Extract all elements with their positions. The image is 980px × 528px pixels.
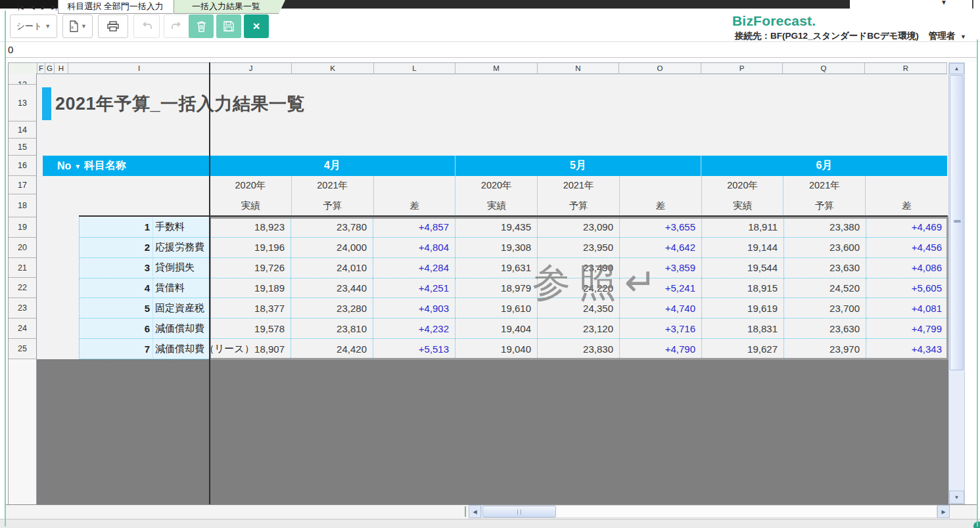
year-label: 2021年 [783, 176, 865, 194]
column-header[interactable]: N [538, 63, 619, 74]
column-header[interactable]: J [210, 63, 292, 74]
select-all-corner[interactable] [9, 63, 37, 74]
row-no-cell[interactable]: 2 [79, 238, 153, 258]
trash-icon [197, 21, 206, 32]
column-header[interactable]: I [68, 63, 210, 74]
row-header[interactable]: 19 [9, 217, 37, 238]
account-name-cell[interactable]: 減価償却費 [153, 319, 209, 339]
delete-button[interactable] [189, 14, 214, 38]
sub-header-cell[interactable]: 2020年 実績 [210, 176, 292, 217]
row-no-cell[interactable]: 5 [79, 298, 153, 319]
sub-header-cell[interactable]: 2020年 実績 [702, 176, 784, 217]
freeze-pane-divider[interactable] [209, 62, 210, 504]
sub-header-cell[interactable]: 差 [620, 176, 702, 217]
vertical-scrollbar-thumb[interactable] [950, 75, 964, 370]
account-name-cell[interactable]: 貸倒損失 [153, 258, 209, 278]
page-title[interactable]: 2021年予算_一括入力結果一覧 [55, 92, 305, 116]
column-header[interactable]: Q [783, 63, 865, 74]
measure-label: 差 [374, 194, 455, 217]
row-headers: 12 13141516171819202122232425 [8, 74, 37, 359]
measure-label: 実績 [455, 194, 537, 217]
vertical-scrollbar[interactable]: ▲ ▼ [948, 62, 965, 504]
column-headers: FGHIJKLMNOPQR [8, 62, 947, 74]
close-button[interactable]: × [244, 14, 269, 38]
row-header[interactable]: 16 [9, 156, 37, 176]
chevron-down-icon[interactable]: ▼ [960, 33, 966, 40]
tab-sheet-select-input[interactable]: 科目選択 全部門一括入力 [58, 0, 179, 14]
column-header[interactable]: M [455, 63, 538, 74]
row-header[interactable]: 13 [9, 85, 37, 121]
row-no-cell[interactable]: 6 [79, 319, 153, 339]
sub-header-cell[interactable]: 2021年 予算 [783, 176, 866, 217]
formula-bar[interactable]: 0 [6, 42, 977, 58]
column-header[interactable]: O [619, 63, 701, 74]
first-sheet-icon[interactable]: |◀ [15, 2, 26, 12]
window-frame-left [5, 11, 6, 527]
sub-header-cell[interactable]: 差 [374, 176, 456, 217]
account-name-cell[interactable]: 減価償却費（リース） [153, 339, 209, 359]
account-name-cell[interactable]: 応援労務費 [153, 238, 209, 258]
save-button[interactable] [216, 14, 241, 38]
account-name-cell[interactable]: 手数料 [153, 217, 209, 238]
sub-header-cell[interactable]: 2020年 実績 [455, 176, 538, 217]
last-sheet-icon[interactable]: ▶| [49, 2, 59, 12]
column-header[interactable]: H [55, 63, 68, 74]
scroll-left-icon[interactable]: ◀ [469, 505, 481, 518]
column-header[interactable]: G [45, 63, 55, 74]
row-header[interactable]: 23 [9, 298, 37, 319]
row-no-cell[interactable]: 3 [79, 258, 153, 278]
year-label [866, 176, 947, 194]
scroll-down-icon[interactable]: ▼ [949, 491, 964, 504]
row-no-cell[interactable]: 4 [79, 278, 153, 299]
row-header-clipped[interactable]: 12 [9, 74, 37, 85]
tab-splitter-handle[interactable] [465, 506, 466, 517]
horizontal-scrollbar-thumb[interactable] [482, 506, 556, 517]
scroll-right-icon[interactable]: ▶ [937, 505, 950, 518]
filter-icon[interactable]: ▼ [74, 163, 81, 170]
row-header[interactable]: 22 [9, 278, 37, 298]
row-header[interactable]: 15 [9, 139, 37, 156]
tab-result-list-active[interactable]: 一括入力結果一覧 [174, 0, 285, 14]
month-header-cell[interactable]: 6月 [701, 156, 947, 176]
row-header[interactable]: 25 [9, 339, 37, 359]
month-header-cell[interactable]: 4月 [210, 156, 455, 176]
user-menu[interactable]: 管理者 [929, 31, 956, 41]
account-name-cell[interactable]: 賃借料 [153, 278, 209, 299]
row-header[interactable]: 20 [9, 238, 37, 258]
row-no-cell[interactable]: 1 [79, 217, 153, 238]
sheet-menu-button[interactable]: シート ▼ [10, 14, 57, 38]
printer-icon [107, 21, 119, 32]
month-header-cell[interactable]: 5月 [455, 156, 701, 176]
undo-button[interactable] [133, 14, 160, 38]
redo-button[interactable] [164, 14, 190, 38]
row-header[interactable]: 21 [9, 258, 37, 278]
chevron-down-icon: ▼ [45, 23, 51, 30]
column-header[interactable]: R [865, 63, 947, 74]
scroll-up-icon[interactable]: ▲ [949, 63, 964, 74]
row-header[interactable]: 18 [9, 194, 37, 217]
column-header[interactable]: K [292, 63, 374, 74]
print-button[interactable] [98, 14, 128, 38]
row-header[interactable]: 17 [9, 176, 37, 194]
column-header[interactable]: P [701, 63, 783, 74]
row-no-cell[interactable]: 7 [79, 339, 153, 359]
column-header[interactable]: L [374, 63, 455, 74]
bizforecast-logo: BizForecast. [732, 13, 816, 29]
chevron-down-icon[interactable]: ▼ [941, 0, 947, 6]
floppy-disk-icon [223, 21, 234, 32]
row-header[interactable]: 24 [9, 319, 37, 339]
account-name-cell[interactable]: 固定資産税 [153, 298, 209, 319]
sub-header-cell[interactable]: 2021年 予算 [292, 176, 374, 217]
excel-export-button[interactable]: x ▼ [62, 14, 93, 38]
prev-sheet-icon[interactable]: ◀ [27, 2, 37, 12]
header-cell-name[interactable]: No ▼ 科目名称 [43, 156, 210, 176]
outside-sheet-area [37, 359, 948, 504]
row-header[interactable]: 14 [9, 121, 37, 139]
browser-top-right [850, 0, 980, 9]
sub-header-cell[interactable]: 2021年 予算 [538, 176, 620, 217]
next-sheet-icon[interactable]: ▶ [38, 2, 49, 12]
column-header[interactable]: F [37, 63, 45, 74]
table-header-row: No ▼ 科目名称 4月5月6月 [43, 156, 947, 176]
sub-header-cell[interactable]: 差 [866, 176, 947, 217]
year-label: 2021年 [538, 176, 619, 194]
